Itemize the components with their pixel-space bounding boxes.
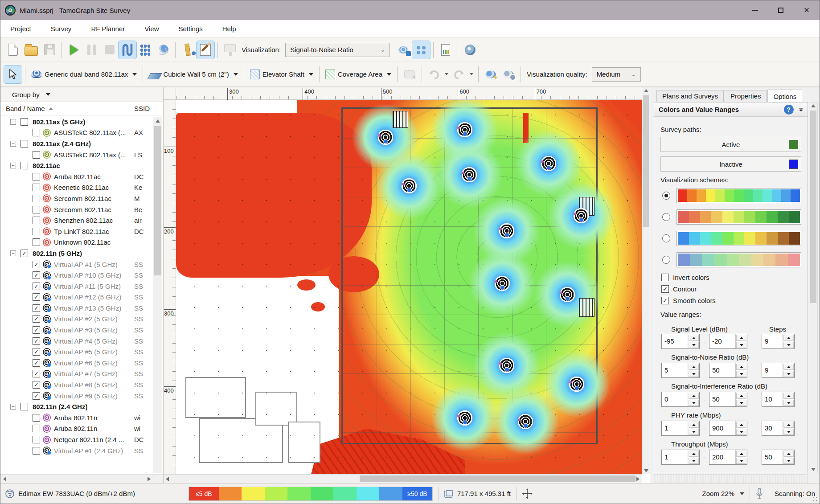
tree-row[interactable]: −✓802.11n (5 GHz) bbox=[0, 248, 163, 259]
tree-checkbox[interactable]: ✓ bbox=[33, 315, 40, 323]
tree-row[interactable]: Virtual AP #1 (2.4 GHz)SS bbox=[0, 445, 163, 456]
delete-object-button[interactable] bbox=[401, 66, 418, 83]
quality-select[interactable]: Medium ⌄ bbox=[592, 67, 641, 82]
spin-down-button[interactable] bbox=[736, 429, 746, 435]
continuous-survey-path-button[interactable] bbox=[119, 41, 136, 59]
spin-up-button[interactable] bbox=[783, 451, 794, 457]
tree-row[interactable]: Sercomm 802.11acM bbox=[0, 193, 163, 204]
tree-checkbox[interactable] bbox=[20, 162, 28, 169]
ap-marker[interactable] bbox=[498, 222, 515, 239]
tree-row[interactable]: Unknown 802.11ac bbox=[0, 237, 163, 248]
spin-up-button[interactable] bbox=[689, 422, 699, 428]
range-steps-spinner[interactable]: 10 bbox=[762, 392, 795, 407]
scroll-up-icon[interactable] bbox=[811, 104, 816, 107]
spin-up-button[interactable] bbox=[783, 422, 794, 428]
spin-down-button[interactable] bbox=[736, 371, 746, 377]
tree-row[interactable]: Aruba 802.11nwi bbox=[0, 412, 163, 423]
tree-row[interactable]: Aruba 802.11acDC bbox=[0, 171, 163, 182]
menu-item-project[interactable]: Project bbox=[10, 25, 31, 33]
scrollbar-thumb[interactable] bbox=[810, 111, 816, 303]
tree-checkbox[interactable] bbox=[33, 414, 40, 422]
draw-attenuation-zone-button[interactable]: Elevator Shaft bbox=[247, 66, 316, 83]
scroll-up-icon[interactable] bbox=[644, 89, 648, 92]
spinner-buttons[interactable] bbox=[783, 450, 794, 464]
draw-area-button[interactable]: Coverage Area bbox=[323, 66, 394, 83]
help-icon[interactable]: ? bbox=[784, 105, 794, 115]
option-checkbox[interactable]: ✓ bbox=[661, 285, 669, 293]
tree-checkbox[interactable] bbox=[33, 151, 40, 159]
tree-checkbox[interactable]: ✓ bbox=[33, 271, 40, 279]
tree-checkbox[interactable] bbox=[33, 217, 40, 224]
tree-checkbox[interactable] bbox=[33, 129, 40, 136]
tree-row[interactable]: ✓Virtual AP #13 (5 GHz)SS bbox=[0, 303, 163, 314]
scheme-radio[interactable] bbox=[662, 192, 670, 200]
spin-up-button[interactable] bbox=[736, 335, 746, 341]
edit-mode-button[interactable] bbox=[197, 41, 214, 59]
spin-up-button[interactable] bbox=[736, 364, 746, 370]
option-checkbox-row[interactable]: Invert colors bbox=[661, 274, 801, 281]
tree-checkbox[interactable]: ✓ bbox=[33, 381, 40, 389]
scheme-radio[interactable] bbox=[662, 213, 670, 221]
tab-plans-and-surveys[interactable]: Plans and Surveys bbox=[656, 90, 724, 102]
scrollbar-thumb[interactable] bbox=[360, 475, 636, 482]
minimize-button[interactable] bbox=[742, 0, 768, 20]
spinner-buttons[interactable] bbox=[688, 421, 699, 435]
menu-item-view[interactable]: View bbox=[144, 25, 159, 33]
tree-checkbox[interactable]: ✓ bbox=[33, 304, 40, 312]
scroll-right-icon[interactable] bbox=[148, 477, 151, 481]
maximize-button[interactable] bbox=[768, 0, 794, 20]
collapse-icon[interactable]: − bbox=[10, 119, 16, 125]
spin-down-button[interactable] bbox=[689, 400, 699, 406]
spin-up-button[interactable] bbox=[689, 364, 699, 370]
tree-checkbox[interactable] bbox=[33, 425, 40, 432]
resize-grip[interactable] bbox=[812, 496, 818, 502]
tree-checkbox[interactable] bbox=[33, 436, 40, 443]
spin-up-button[interactable] bbox=[689, 393, 699, 399]
option-checkbox[interactable] bbox=[661, 274, 669, 281]
tree-row[interactable]: ✓Virtual AP #9 (5 GHz)SS bbox=[0, 390, 163, 402]
range-max-spinner[interactable]: 50 bbox=[709, 363, 747, 378]
spin-up-button[interactable] bbox=[736, 422, 746, 428]
select-tool-button[interactable] bbox=[4, 66, 22, 83]
spinner-buttons[interactable] bbox=[688, 334, 699, 348]
range-max-spinner[interactable]: -20 bbox=[709, 334, 747, 349]
color-scheme-option[interactable] bbox=[662, 231, 801, 246]
spin-up-button[interactable] bbox=[689, 451, 699, 457]
stop-survey-button[interactable] bbox=[101, 41, 119, 59]
column-band-name[interactable]: Band / Name bbox=[6, 105, 45, 112]
open-project-button[interactable] bbox=[22, 41, 41, 59]
redo-history-caret[interactable] bbox=[470, 73, 473, 75]
tree-row[interactable]: ✓Virtual AP #4 (5 GHz)SS bbox=[0, 336, 163, 347]
ap-marker[interactable] bbox=[517, 413, 534, 430]
ap-marker[interactable] bbox=[401, 177, 418, 194]
menu-item-rf-planner[interactable]: RF Planner bbox=[91, 25, 125, 33]
menu-item-settings[interactable]: Settings bbox=[179, 25, 203, 33]
tree-row[interactable]: ✓Virtual AP #11 (5 GHz)SS bbox=[0, 281, 163, 292]
reports-button[interactable] bbox=[437, 41, 455, 59]
option-checkbox[interactable]: ✓ bbox=[661, 297, 669, 304]
tree-row[interactable]: −802.11n (2.4 GHz) bbox=[0, 401, 163, 412]
tree-row[interactable]: ASUSTekC 802.11ax (...AX bbox=[0, 127, 163, 139]
collapse-icon[interactable]: − bbox=[10, 141, 16, 147]
tree-row[interactable]: ✓Virtual AP #5 (5 GHz)SS bbox=[0, 346, 163, 357]
new-project-button[interactable] bbox=[4, 41, 22, 59]
pan-mode[interactable] bbox=[522, 488, 533, 499]
tree-checkbox[interactable]: ✓ bbox=[33, 337, 40, 345]
spin-down-button[interactable] bbox=[736, 342, 746, 348]
range-min-spinner[interactable]: 5 bbox=[661, 363, 700, 378]
range-steps-spinner[interactable]: 9 bbox=[762, 334, 795, 349]
menu-item-survey[interactable]: Survey bbox=[51, 25, 72, 33]
tree-checkbox[interactable]: ✓ bbox=[33, 326, 40, 334]
reset-aps-button[interactable] bbox=[500, 66, 517, 83]
spinner-buttons[interactable] bbox=[735, 363, 747, 377]
webcam-button[interactable] bbox=[461, 41, 479, 59]
point-survey-button[interactable] bbox=[136, 41, 154, 59]
spinner-buttons[interactable] bbox=[783, 363, 794, 377]
color-scheme-option[interactable] bbox=[662, 188, 801, 203]
spinner-buttons[interactable] bbox=[688, 363, 699, 377]
tree-row[interactable]: Netgear 802.11n (2.4 ...DC bbox=[0, 434, 163, 445]
tree-row[interactable]: ✓Virtual AP #10 (5 GHz)SS bbox=[0, 270, 163, 281]
tree-checkbox[interactable] bbox=[33, 238, 40, 246]
undo-button[interactable] bbox=[425, 66, 443, 83]
range-max-spinner[interactable]: 900 bbox=[709, 421, 747, 436]
